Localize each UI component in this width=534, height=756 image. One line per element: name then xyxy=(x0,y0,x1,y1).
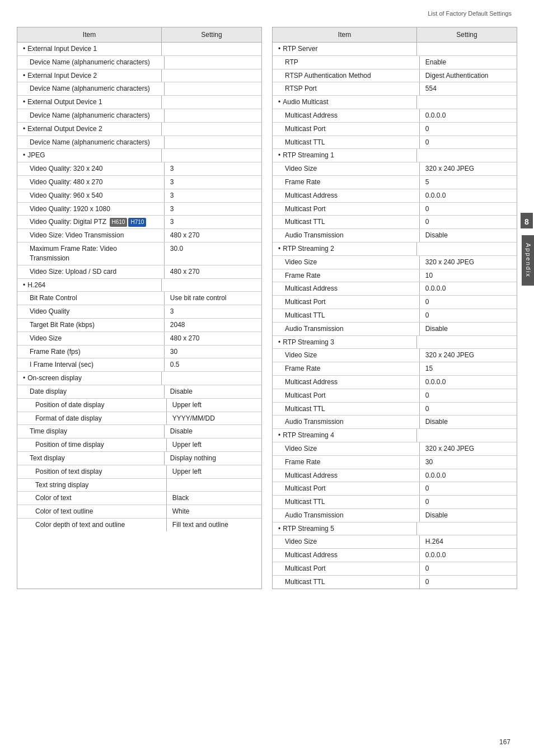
cell-item: Video Quality xyxy=(17,305,165,318)
cell-setting xyxy=(167,479,261,492)
cell-item: Multicast TTL xyxy=(273,136,420,149)
cell-setting: 0.0.0.0 xyxy=(420,109,517,122)
badge-h710: H710 xyxy=(128,218,146,227)
cell-setting xyxy=(162,43,261,55)
table-row: Multicast Port0 xyxy=(273,123,517,136)
table-row: Multicast TTL0 xyxy=(273,403,517,416)
table-row: Maximum Frame Rate: Video Transmission30… xyxy=(17,242,261,265)
table-row: •RTP Streaming 1 xyxy=(273,149,517,162)
cell-setting: 3 xyxy=(165,162,261,175)
bullet-icon: • xyxy=(23,98,25,106)
table-row: Multicast Address0.0.0.0 xyxy=(273,549,517,562)
cell-item: •Audio Multicast xyxy=(273,96,417,109)
table-row: Video Size320 x 240 JPEG xyxy=(273,256,517,269)
cell-item: Time display xyxy=(17,425,165,438)
cell-item: Multicast TTL xyxy=(273,403,420,416)
cell-setting: Display nothing xyxy=(165,452,261,465)
table-row: Position of time displayUpper left xyxy=(17,438,261,452)
cell-item: Video Quality: 480 x 270 xyxy=(17,176,165,189)
cell-item: Multicast Address xyxy=(273,549,420,562)
cell-setting xyxy=(165,109,261,122)
table-row: •External Input Device 1 xyxy=(17,43,261,56)
cell-setting xyxy=(417,43,517,55)
table-row: Multicast Port0 xyxy=(273,296,517,309)
cell-setting: 0.5 xyxy=(165,358,261,371)
table-row: Frame Rate10 xyxy=(273,269,517,283)
cell-item: •RTP Streaming 4 xyxy=(273,429,417,442)
tab-number: 8 xyxy=(521,213,533,228)
cell-setting: Disable xyxy=(420,323,517,335)
cell-setting xyxy=(165,56,261,69)
cell-setting xyxy=(417,429,517,442)
table-row: Video Size320 x 240 JPEG xyxy=(273,162,517,176)
table-row: Audio TransmissionDisable xyxy=(273,229,517,242)
cell-item: Video Quality: 1920 x 1080 xyxy=(17,203,165,216)
cell-setting: 30 xyxy=(165,346,261,358)
table-row: Video SizeH.264 xyxy=(273,535,517,549)
cell-setting: 480 x 270 xyxy=(165,265,261,278)
cell-setting: 0 xyxy=(420,136,517,149)
cell-setting: 0.0.0.0 xyxy=(420,469,517,482)
cell-setting: 3 xyxy=(165,216,261,228)
cell-setting xyxy=(417,336,517,349)
cell-setting: Disable xyxy=(420,416,517,428)
bullet-icon: • xyxy=(23,72,25,80)
cell-setting: 0.0.0.0 xyxy=(420,549,517,562)
cell-item: Frame Rate xyxy=(273,456,420,469)
cell-item: Audio Transmission xyxy=(273,229,420,242)
cell-item: Device Name (alphanumeric characters) xyxy=(17,82,165,95)
cell-item: Audio Transmission xyxy=(273,323,420,335)
cell-item: RTSP Port xyxy=(273,82,420,95)
cell-setting xyxy=(162,149,261,162)
table-row: •External Output Device 1 xyxy=(17,96,261,109)
bullet-icon: • xyxy=(278,151,280,159)
cell-setting: 5 xyxy=(420,176,517,189)
cell-item: •RTP Streaming 3 xyxy=(273,336,417,349)
table-row: Video Quality: 1920 x 10803 xyxy=(17,203,261,216)
table-row: Multicast Address0.0.0.0 xyxy=(273,109,517,123)
cell-setting: H.264 xyxy=(420,535,517,548)
cell-setting: Enable xyxy=(420,56,517,69)
cell-setting: Disable xyxy=(165,425,261,438)
cell-item: •On-screen display xyxy=(17,372,162,385)
cell-item: Multicast Port xyxy=(273,296,420,309)
cell-setting: 0 xyxy=(420,389,517,402)
cell-item: Multicast Port xyxy=(273,562,420,575)
table-row: Position of text displayUpper left xyxy=(17,465,261,479)
cell-setting: 0 xyxy=(420,216,517,228)
cell-setting xyxy=(162,372,261,385)
cell-setting: 15 xyxy=(420,362,517,375)
cell-setting: 0 xyxy=(420,309,517,322)
bullet-icon: • xyxy=(278,525,280,533)
table-row: Color of text outlineWhite xyxy=(17,505,261,519)
table-row: Multicast TTL0 xyxy=(273,216,517,229)
cell-setting xyxy=(162,69,261,82)
cell-item: Frame Rate xyxy=(273,176,420,189)
table-row: Frame Rate (fps)30 xyxy=(17,346,261,359)
cell-item: •RTP Streaming 1 xyxy=(273,149,417,162)
cell-item: •RTP Server xyxy=(273,43,417,55)
table-row: Device Name (alphanumeric characters) xyxy=(17,109,261,123)
cell-setting: 0 xyxy=(420,576,517,589)
right-table: Item Setting •RTP ServerRTPEnableRTSP Au… xyxy=(272,27,517,589)
bullet-icon: • xyxy=(23,45,25,53)
table-row: •Audio Multicast xyxy=(273,96,517,109)
table-row: Video Quality: 320 x 2403 xyxy=(17,162,261,176)
table-row: Time displayDisable xyxy=(17,425,261,438)
cell-item: Video Quality: 960 x 540 xyxy=(17,189,165,202)
cell-setting: 320 x 240 JPEG xyxy=(420,162,517,175)
cell-item: Video Size xyxy=(273,349,420,362)
cell-item: Format of date display xyxy=(17,412,167,425)
table-row: Multicast Address0.0.0.0 xyxy=(273,469,517,483)
table-row: •JPEG xyxy=(17,149,261,162)
cell-item: Video Size: Video Transmission xyxy=(17,229,165,242)
cell-item: Video Quality: 320 x 240 xyxy=(17,162,165,175)
cell-item: •External Output Device 1 xyxy=(17,96,162,109)
cell-item: I Frame Interval (sec) xyxy=(17,358,165,371)
appendix-label: Appendix xyxy=(522,235,534,286)
cell-setting: 554 xyxy=(420,82,517,95)
table-row: •RTP Streaming 3 xyxy=(273,336,517,349)
cell-item: Device Name (alphanumeric characters) xyxy=(17,109,165,122)
table-row: Target Bit Rate (kbps)2048 xyxy=(17,319,261,332)
cell-item: Video Quality: Digital PTZ H610H710 xyxy=(17,216,165,228)
